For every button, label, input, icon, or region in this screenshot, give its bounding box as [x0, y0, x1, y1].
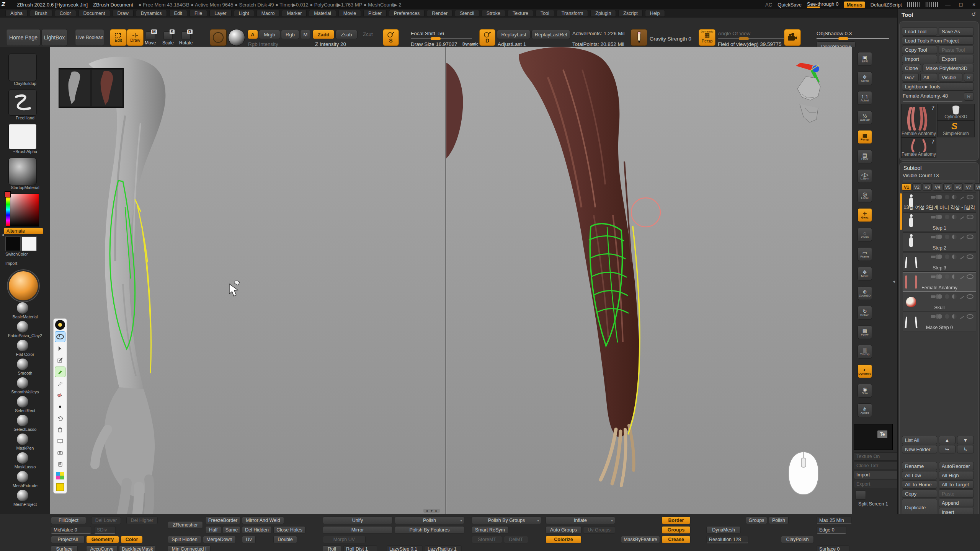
shaded-sphere-icon[interactable]: [945, 235, 949, 239]
shelf-tool-icon[interactable]: ✥ Scroll: [858, 72, 872, 85]
yellow-color-swatch[interactable]: [55, 482, 65, 492]
rgb-intensity-slider[interactable]: Rgb Intensity: [248, 41, 278, 47]
visibility-tab[interactable]: V4: [933, 183, 942, 191]
stroke-preview-icon[interactable]: [210, 29, 227, 46]
texture-import-button[interactable]: Import: [854, 471, 898, 479]
current-brush-thumbnail[interactable]: [8, 54, 37, 81]
current-tool-thumbnail[interactable]: 7 Female Anatomy: [901, 104, 936, 137]
polypaint-icon[interactable]: [938, 254, 942, 259]
flatten-arrow-icon[interactable]: [931, 196, 935, 199]
bottom-shelf-button[interactable]: LazyStep 0.1: [387, 545, 423, 551]
clipboard-icon[interactable]: [55, 459, 65, 469]
eye-icon[interactable]: [967, 215, 973, 219]
tool-preview-sphere[interactable]: [8, 270, 39, 302]
menu-item[interactable]: Dynamics: [136, 10, 167, 17]
brush-icon[interactable]: [959, 294, 964, 299]
new-folder-button[interactable]: New Folder: [902, 445, 937, 453]
current-alpha-thumbnail[interactable]: [8, 124, 37, 149]
bottom-shelf-button[interactable]: Same: [223, 526, 240, 534]
mrgb-button[interactable]: Mrgb: [259, 30, 280, 39]
canvas-scroll-arrows[interactable]: ◄▼►: [423, 509, 440, 513]
current-color-swatch[interactable]: [5, 191, 11, 197]
show-hide-eye-icon[interactable]: [55, 331, 65, 342]
flatten-arrow-icon[interactable]: [931, 315, 935, 318]
shelf-tool-icon[interactable]: ▒ Transp: [858, 345, 872, 359]
highlighter-tool-icon[interactable]: [55, 367, 65, 377]
angle-of-view-nub[interactable]: [739, 37, 749, 40]
brush-icon[interactable]: [959, 194, 964, 199]
difference-icon[interactable]: [952, 314, 957, 319]
color-palette-icon[interactable]: [55, 471, 65, 481]
bottom-shelf-button[interactable]: Groups: [746, 517, 767, 524]
bottom-shelf-button[interactable]: Groups: [662, 526, 691, 534]
bottom-shelf-button[interactable]: Uv: [242, 536, 256, 543]
shelf-tool-icon[interactable]: ✛ Gxyz: [858, 208, 872, 222]
zsub-button[interactable]: Zsub: [335, 30, 358, 39]
sidebar-material-item[interactable]: MeshProject: [0, 490, 50, 508]
m-button[interactable]: M: [300, 30, 311, 39]
load-tool-button[interactable]: Load Tool: [902, 27, 937, 36]
subtool-item[interactable]: Step 1: [903, 212, 976, 232]
menu-item[interactable]: Transform: [557, 10, 588, 17]
bottom-shelf-button[interactable]: Resolution 128: [706, 536, 748, 543]
rgb-button[interactable]: Rgb: [281, 30, 299, 39]
bottom-shelf-button[interactable]: Double: [273, 536, 297, 543]
subtool-item[interactable]: Skull: [903, 292, 976, 311]
annotation-app-icon[interactable]: [55, 320, 65, 330]
sidebar-material-item[interactable]: SmoothValleys: [0, 377, 50, 396]
shelf-tool-icon[interactable]: ◁▷ L.Sym: [858, 169, 872, 183]
all-high-button[interactable]: All High: [939, 471, 974, 479]
export-button[interactable]: Export: [939, 55, 974, 63]
cursor-tool-icon[interactable]: [55, 344, 65, 354]
subtool-item[interactable]: Female Anatomy: [903, 272, 976, 292]
bottom-shelf-button[interactable]: Polish By Groups: [472, 517, 541, 524]
restore-button[interactable]: □: [957, 2, 965, 8]
bottom-shelf-button[interactable]: SDiv: [94, 526, 116, 534]
menu-item[interactable]: Tool: [536, 10, 554, 17]
visibility-tab[interactable]: V3: [923, 183, 932, 191]
close-button[interactable]: ×: [970, 2, 978, 8]
shelf-tool-icon[interactable]: ⫛ Xpose: [858, 403, 872, 417]
copy-tool-button[interactable]: Copy Tool: [902, 46, 937, 54]
minimize-button[interactable]: —: [944, 2, 952, 8]
screenshot-camera-icon[interactable]: [55, 448, 65, 458]
shaded-sphere-icon[interactable]: [945, 254, 949, 259]
draw-size-slider[interactable]: Draw Size 16.97027: [411, 41, 457, 47]
difference-icon[interactable]: [952, 195, 957, 199]
shelf-tool-icon[interactable]: ▦ Persp: [858, 130, 872, 144]
menu-item[interactable]: Light: [234, 10, 254, 17]
eye-icon[interactable]: [967, 235, 973, 239]
menu-item[interactable]: Picker: [363, 10, 387, 17]
subtool-item[interactable]: 13강 여성 3단계 바디 각상 - [삼각: [903, 192, 976, 212]
shelf-tool-icon[interactable]: 1:1 Actual: [858, 91, 872, 105]
z-intensity-slider[interactable]: Z Intensity 20: [315, 41, 346, 47]
sidebar-material-item[interactable]: SelectLasso: [0, 415, 50, 433]
bottom-shelf-button[interactable]: Polish By Features: [395, 526, 464, 534]
focal-shift-slider[interactable]: Focal Shift -56: [411, 31, 444, 36]
bottom-shelf-button[interactable]: MergeDown: [203, 536, 236, 543]
menu-item[interactable]: Document: [78, 10, 110, 17]
subtool-item[interactable]: Step 3: [903, 252, 976, 272]
difference-icon[interactable]: [952, 254, 957, 259]
bottom-shelf-button[interactable]: Max 25 Min: [817, 517, 852, 524]
flatten-arrow-icon[interactable]: [931, 295, 935, 298]
default-zscript-button[interactable]: DefaultZScript: [871, 2, 902, 8]
eye-icon[interactable]: [967, 274, 973, 279]
bottom-shelf-button[interactable]: Morph UV: [323, 536, 366, 543]
subtool-item[interactable]: Make Step 0: [903, 312, 976, 331]
shaded-sphere-icon[interactable]: [945, 314, 949, 319]
menu-item[interactable]: Movie: [338, 10, 361, 17]
shelf-tool-icon[interactable]: ◉ Solo: [858, 384, 872, 398]
bottom-shelf-button[interactable]: Close Holes: [273, 526, 305, 534]
menu-item[interactable]: Marker: [282, 10, 307, 17]
bottom-shelf-button[interactable]: FillObject: [51, 517, 86, 524]
quicksave-button[interactable]: QuickSave: [777, 2, 802, 8]
bottom-shelf-button[interactable]: MaskByFeature: [621, 536, 660, 543]
eye-icon[interactable]: [967, 254, 973, 259]
eraser-tool-icon[interactable]: [55, 390, 65, 400]
goz-button[interactable]: GoZ: [902, 73, 919, 82]
fov-slider[interactable]: Field of view(deg) 39.59775: [718, 41, 782, 47]
whiteboard-icon[interactable]: [55, 436, 65, 446]
left-collapse-arrow[interactable]: ◄: [1, 233, 5, 237]
hue-strip[interactable]: [6, 194, 10, 226]
